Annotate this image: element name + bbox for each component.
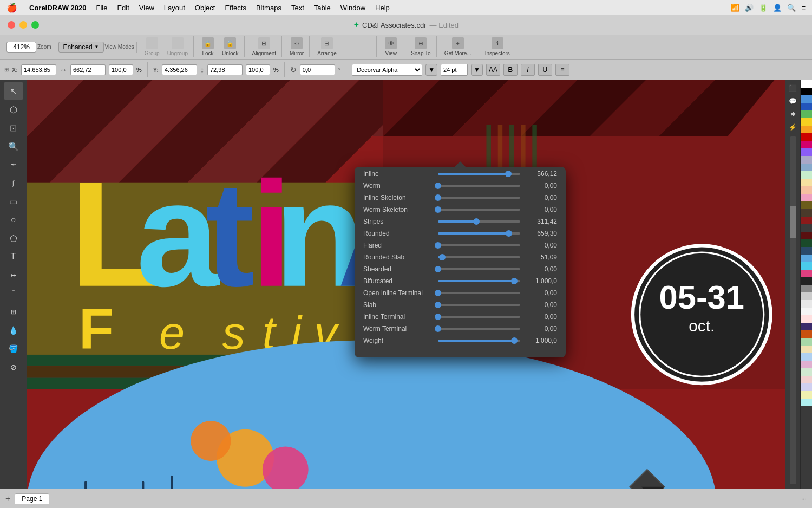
w-pct-input[interactable] — [109, 64, 133, 75]
color-yellow[interactable] — [801, 118, 812, 126]
slider-thumb-9[interactable] — [511, 278, 518, 284]
slider-thumb-6[interactable] — [435, 242, 441, 249]
right-tool-4[interactable]: ⚡ — [787, 121, 799, 133]
slider-thumb-7[interactable] — [439, 254, 446, 260]
color-light-yellow[interactable] — [801, 179, 812, 186]
ungroup-button[interactable]: Ungroup — [164, 36, 191, 57]
slider-track-11[interactable] — [438, 304, 520, 306]
slider-thumb-1[interactable] — [435, 183, 441, 189]
w-input[interactable] — [70, 64, 106, 75]
smart-fill-tool[interactable]: ⊘ — [4, 359, 23, 376]
slider-track-0[interactable] — [438, 173, 520, 175]
view-button[interactable]: 👁 View — [381, 36, 401, 57]
inspectors-button[interactable]: ℹ Inspectors — [482, 36, 513, 57]
color-pale-yellow[interactable] — [801, 346, 812, 353]
slider-thumb-5[interactable] — [506, 230, 512, 237]
add-page-button[interactable]: + — [5, 494, 10, 504]
slider-thumb-0[interactable] — [505, 171, 512, 177]
font-dropdown[interactable]: Decorvar Alpha — [352, 64, 422, 76]
zoom-value[interactable]: 412% — [6, 42, 36, 53]
zoom-tool[interactable]: 🔍 — [4, 138, 23, 155]
minimize-button[interactable] — [19, 21, 27, 29]
color-sky-blue[interactable] — [801, 255, 812, 262]
color-hot-pink[interactable] — [801, 270, 812, 277]
color-dark-gray[interactable] — [801, 224, 812, 232]
color-burnt-orange[interactable] — [801, 330, 812, 338]
freehand-tool[interactable]: ✒ — [4, 156, 23, 173]
slider-thumb-14[interactable] — [511, 337, 518, 344]
lock-button[interactable]: 🔒 Lock — [198, 36, 218, 57]
snap-to-button[interactable]: ⊕ Snap To — [408, 36, 434, 57]
h-input[interactable] — [207, 64, 243, 75]
y-input[interactable] — [162, 64, 197, 75]
mirror-button[interactable]: ⇔ Mirror — [286, 36, 307, 57]
aa-button[interactable]: AA — [486, 64, 500, 76]
layout-menu[interactable]: Layout — [164, 4, 185, 12]
slider-thumb-2[interactable] — [435, 194, 441, 201]
select-tool[interactable]: ↖ — [4, 82, 23, 100]
slider-track-12[interactable] — [438, 316, 520, 318]
color-green[interactable] — [801, 110, 812, 118]
slider-thumb-13[interactable] — [435, 325, 441, 332]
color-black[interactable] — [801, 88, 812, 95]
slider-track-13[interactable] — [438, 328, 520, 330]
bold-button[interactable]: B — [503, 64, 518, 76]
color-dark-teal[interactable] — [801, 247, 812, 255]
window-menu[interactable]: Window — [340, 4, 365, 12]
color-light-red[interactable] — [801, 315, 812, 323]
slider-track-1[interactable] — [438, 185, 520, 187]
color-brown[interactable] — [801, 209, 812, 217]
edit-menu[interactable]: Edit — [117, 4, 129, 12]
color-very-light-gray[interactable] — [801, 300, 812, 308]
right-tool-1[interactable]: ⬛ — [787, 82, 799, 94]
app-menu-item[interactable]: CorelDRAW 2020 — [29, 4, 86, 12]
slider-thumb-4[interactable] — [473, 218, 480, 225]
color-blush[interactable] — [801, 376, 812, 383]
slider-track-9[interactable] — [438, 280, 520, 282]
italic-button[interactable]: I — [521, 64, 535, 76]
color-orange[interactable] — [801, 126, 812, 133]
font-size-input[interactable] — [441, 64, 468, 76]
slider-track-8[interactable] — [438, 268, 520, 270]
color-pale-rose[interactable] — [801, 361, 812, 368]
right-tool-2[interactable]: 💬 — [787, 95, 799, 107]
color-gray[interactable] — [801, 285, 812, 292]
color-indigo[interactable] — [801, 323, 812, 330]
connector-tool[interactable]: ⌒ — [4, 285, 23, 302]
font-size-arrow[interactable]: ▼ — [471, 64, 483, 76]
color-aqua[interactable] — [801, 399, 812, 406]
canvas-area[interactable]: L a t i n Ar F e s t i v — [27, 80, 785, 489]
color-pink[interactable] — [801, 194, 812, 201]
slider-track-2[interactable] — [438, 197, 520, 199]
color-light-lime[interactable] — [801, 391, 812, 399]
scrollbar-thumb[interactable] — [790, 206, 796, 238]
color-dark-green[interactable] — [801, 239, 812, 247]
color-light-blue[interactable] — [801, 164, 812, 171]
slider-thumb-12[interactable] — [435, 314, 441, 320]
color-light-green[interactable] — [801, 171, 812, 179]
unlock-button[interactable]: 🔓 Unlock — [219, 36, 242, 57]
effects-menu[interactable]: Effects — [225, 4, 246, 12]
ellipse-tool[interactable]: ○ — [4, 211, 23, 229]
color-pale-blue[interactable] — [801, 353, 812, 361]
color-white[interactable] — [801, 80, 812, 88]
search-icon[interactable]: 🔍 — [787, 4, 796, 12]
fill-tool[interactable]: 🪣 — [4, 340, 23, 357]
dimension-tool[interactable]: ↦ — [4, 266, 23, 284]
blend-tool[interactable]: ⊞ — [4, 303, 23, 321]
color-off-white[interactable] — [801, 308, 812, 315]
arrange-button[interactable]: ⊟ Arrange — [314, 36, 340, 57]
x-input[interactable] — [21, 64, 56, 75]
color-dark-blue[interactable] — [801, 103, 812, 110]
color-cyan[interactable] — [801, 262, 812, 270]
slider-track-5[interactable] — [438, 232, 520, 235]
slider-track-7[interactable] — [438, 256, 520, 258]
color-blue-main[interactable] — [801, 95, 812, 103]
color-red[interactable] — [801, 133, 812, 141]
align-button[interactable]: ≡ — [555, 64, 569, 76]
object-menu[interactable]: Object — [195, 4, 215, 12]
rectangle-tool[interactable]: ▭ — [4, 193, 23, 210]
slider-track-10[interactable] — [438, 292, 520, 294]
font-dropdown-arrow[interactable]: ▼ — [425, 64, 437, 76]
slider-track-3[interactable] — [438, 209, 520, 211]
